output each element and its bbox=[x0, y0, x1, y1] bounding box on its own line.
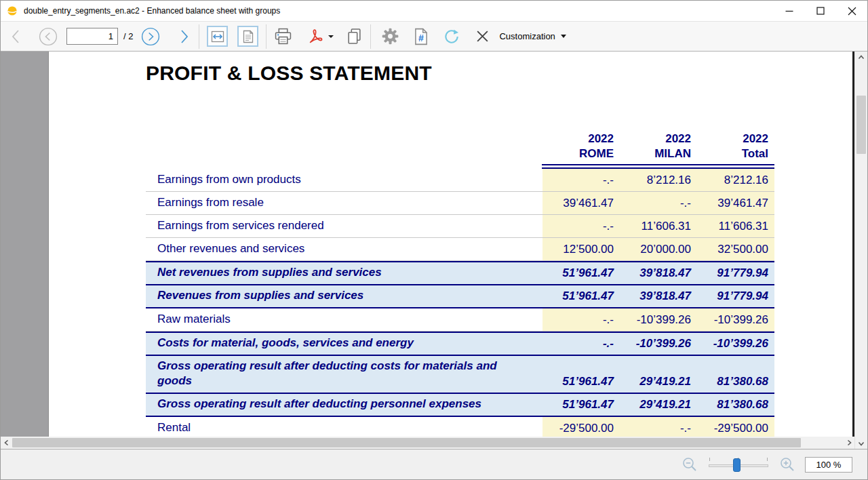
scroll-right-button[interactable] bbox=[843, 437, 854, 449]
gear-icon bbox=[381, 27, 399, 45]
row-value: 39’461.47 bbox=[542, 192, 620, 214]
copy-button[interactable] bbox=[346, 28, 363, 45]
row-value: 8’212.16 bbox=[697, 169, 774, 191]
row-value: -.- bbox=[620, 417, 697, 437]
horizontal-scroll-thumb[interactable] bbox=[12, 438, 801, 447]
row-label: Net revenues from supplies and services bbox=[146, 262, 542, 284]
print-button[interactable] bbox=[274, 28, 292, 45]
report-row: Costs for material, goods, services and … bbox=[146, 332, 774, 356]
next-page-button[interactable] bbox=[178, 27, 191, 46]
row-label: Costs for material, goods, services and … bbox=[146, 333, 542, 355]
row-value: -10’399.26 bbox=[697, 333, 774, 355]
toolbar-separator bbox=[266, 24, 267, 49]
fit-page-width-icon bbox=[210, 29, 225, 44]
report-row: Earnings from resale39’461.47-.-39’461.4… bbox=[146, 192, 774, 215]
refresh-button[interactable] bbox=[443, 28, 460, 45]
row-value: 11’606.31 bbox=[620, 215, 697, 237]
column-year: 2022 bbox=[542, 132, 614, 146]
row-value: 32’500.00 bbox=[697, 238, 774, 260]
single-page-icon bbox=[241, 29, 256, 44]
slider-handle[interactable] bbox=[733, 458, 741, 472]
maximize-icon bbox=[816, 7, 825, 15]
column-header-milan: 2022 MILAN bbox=[620, 130, 697, 161]
row-value: 91’779.94 bbox=[697, 262, 774, 284]
toolbar: / 2 bbox=[1, 21, 867, 52]
fit-width-button[interactable] bbox=[207, 26, 228, 47]
row-value: -10’399.26 bbox=[620, 308, 697, 331]
row-label: Rental bbox=[146, 417, 542, 437]
zoom-out-button[interactable] bbox=[682, 456, 698, 473]
report-row: Gross operating result after deducting c… bbox=[146, 356, 774, 394]
row-value: -29’500.00 bbox=[542, 417, 620, 437]
zoom-slider[interactable] bbox=[707, 456, 770, 473]
forward-page-button[interactable] bbox=[141, 27, 160, 46]
close-window-button[interactable] bbox=[836, 1, 867, 21]
page-count-label: / 2 bbox=[123, 31, 133, 41]
print-preview: PROFIT & LOSS STATEMENT 2022 ROME 2022 M… bbox=[1, 52, 854, 449]
row-value: -.- bbox=[620, 192, 697, 214]
vertical-scrollbar[interactable] bbox=[854, 52, 867, 449]
scroll-left-button[interactable] bbox=[1, 437, 12, 449]
row-value: 39’818.47 bbox=[620, 262, 697, 284]
zoom-in-icon bbox=[779, 456, 795, 473]
row-value: 12’500.00 bbox=[542, 238, 620, 260]
page-numbering-button[interactable]: # bbox=[413, 28, 429, 45]
report-title: PROFIT & LOSS STATEMENT bbox=[146, 62, 852, 84]
slider-tick bbox=[767, 458, 768, 461]
column-label: ROME bbox=[542, 146, 614, 161]
report-row: Gross operating result after deducting p… bbox=[146, 394, 774, 417]
row-value: 51’961.47 bbox=[542, 394, 620, 416]
row-label: Revenues from supplies and services bbox=[146, 285, 542, 307]
column-year: 2022 bbox=[697, 132, 768, 146]
row-value: 81’380.68 bbox=[697, 394, 774, 416]
report-row: Other revenues and services12’500.0020’0… bbox=[146, 238, 774, 261]
row-value: 81’380.68 bbox=[697, 356, 774, 393]
report-page: PROFIT & LOSS STATEMENT 2022 ROME 2022 M… bbox=[48, 52, 854, 437]
single-page-button[interactable] bbox=[237, 26, 258, 47]
previous-page-button[interactable] bbox=[9, 27, 22, 46]
report-row: Net revenues from supplies and services5… bbox=[146, 261, 774, 285]
chevron-down-icon bbox=[561, 35, 566, 38]
vertical-scroll-thumb[interactable] bbox=[856, 96, 866, 154]
pdf-export-button[interactable] bbox=[307, 28, 334, 45]
row-value: 29’419.21 bbox=[620, 394, 697, 416]
row-value: 20’000.00 bbox=[620, 238, 697, 260]
report-row: Earnings from services rendered-.-11’606… bbox=[146, 215, 774, 238]
printer-icon bbox=[274, 28, 292, 45]
horizontal-scrollbar[interactable] bbox=[1, 437, 854, 449]
refresh-icon bbox=[443, 28, 460, 45]
row-value: 51’961.47 bbox=[542, 262, 620, 284]
toolbar-separator bbox=[370, 24, 371, 49]
report-row: Raw materials-.--10’399.26-10’399.26 bbox=[146, 308, 774, 332]
row-label: Other revenues and services bbox=[146, 238, 542, 260]
row-value: -10’399.26 bbox=[697, 308, 774, 331]
row-value: 51’961.47 bbox=[542, 356, 620, 393]
row-value: 51’961.47 bbox=[542, 285, 620, 307]
minimize-button[interactable] bbox=[774, 1, 805, 21]
row-value: 29’419.21 bbox=[620, 356, 697, 393]
scroll-down-button[interactable] bbox=[855, 437, 867, 449]
row-value: -.- bbox=[542, 333, 620, 355]
back-page-button[interactable] bbox=[39, 27, 58, 46]
column-header-rome: 2022 ROME bbox=[542, 130, 620, 161]
close-preview-button[interactable] bbox=[475, 29, 490, 43]
maximize-button[interactable] bbox=[805, 1, 836, 21]
settings-button[interactable] bbox=[381, 27, 399, 45]
close-icon bbox=[475, 29, 490, 43]
customization-dropdown[interactable]: Customization bbox=[499, 31, 566, 41]
scroll-up-button[interactable] bbox=[855, 52, 867, 63]
row-value: 11’606.31 bbox=[697, 215, 774, 237]
report-rows: Earnings from own products-.-8’212.168’2… bbox=[146, 169, 774, 437]
pdf-icon bbox=[307, 28, 324, 45]
zoom-out-icon bbox=[682, 456, 698, 473]
customization-label: Customization bbox=[499, 31, 555, 41]
toolbar-separator bbox=[199, 24, 199, 49]
row-label: Earnings from resale bbox=[146, 192, 542, 214]
zoom-level-input[interactable] bbox=[805, 457, 852, 473]
row-value: -.- bbox=[542, 169, 620, 191]
page-number-input[interactable] bbox=[66, 28, 118, 45]
zoom-in-button[interactable] bbox=[779, 456, 795, 473]
app-icon bbox=[7, 5, 18, 16]
row-label: Earnings from services rendered bbox=[146, 215, 542, 237]
window-title: double_entry_segments_en.ac2 - Enhanced … bbox=[24, 6, 774, 16]
